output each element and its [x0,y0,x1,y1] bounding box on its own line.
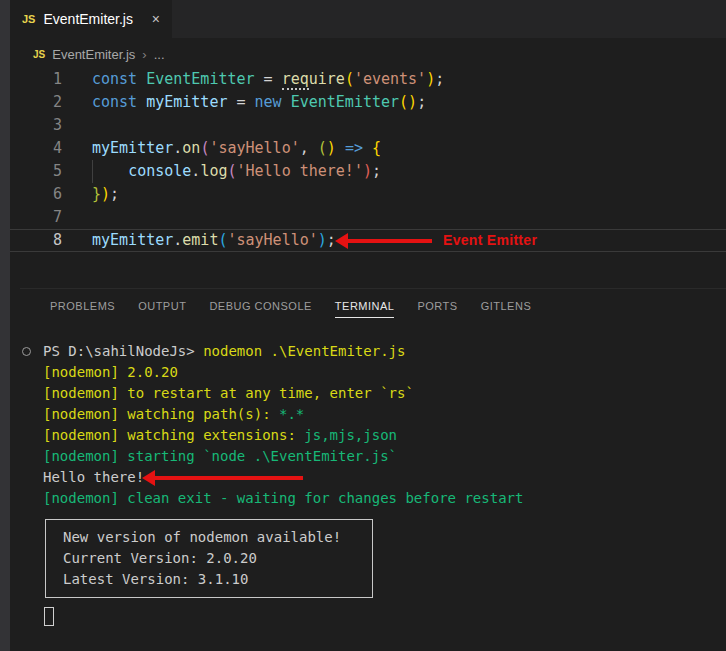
code-line-1[interactable]: 1const EventEmitter = require('events'); [10,68,726,91]
terminal-line-1: PS D:\sahilNodeJs> nodemon .\EventEmiter… [43,341,726,362]
breadcrumb-symbol-ellipsis[interactable]: ... [154,47,165,62]
code-text: const EventEmitter = require('events'); [92,70,444,88]
tab-ports[interactable]: PORTS [417,300,457,318]
editor-tab-bar: JS EventEmiter.js × [10,0,726,38]
close-icon[interactable]: × [152,11,160,27]
notice-line: Latest Version: 3.1.10 [63,569,372,590]
code-text: }); [92,185,119,203]
window-left-edge [0,0,10,651]
red-arrow-icon [155,476,303,480]
breadcrumb-file[interactable]: EventEmiter.js [52,47,135,62]
notice-line: Current Version: 2.0.20 [63,548,372,569]
vscode-window: JS EventEmiter.js × JS EventEmiter.js › … [10,0,726,252]
terminal-line-7: Hello there! [43,467,726,488]
tab-gitlens[interactable]: GITLENS [481,300,532,318]
tab-debug-console[interactable]: DEBUG CONSOLE [209,300,311,318]
terminal-lines: PS D:\sahilNodeJs> nodemon .\EventEmiter… [43,341,726,509]
code-line-5[interactable]: 5 console.log('Hello there!'); [10,160,726,183]
line-number[interactable]: 7 [10,206,62,229]
code-text: myEmitter.on('sayHello', () => { [92,139,381,157]
nodemon-update-notice-box: New version of nodemon available! Curren… [45,519,373,598]
tab-output[interactable]: OUTPUT [138,300,186,318]
indent-guide [92,160,93,183]
line-number[interactable]: 4 [10,137,62,160]
annotation-label: Event Emitter [443,230,537,251]
command-decoration-icon[interactable] [22,347,31,356]
terminal-line-3: [nodemon] to restart at any time, enter … [43,383,726,404]
line-number[interactable]: 6 [10,183,62,206]
line-number[interactable]: 2 [10,91,62,114]
tab-terminal[interactable]: TERMINAL [335,300,395,318]
terminal-line-2: [nodemon] 2.0.20 [43,362,726,383]
terminal-cursor [44,607,54,626]
code-line-7[interactable]: 7 [10,206,726,229]
line-number[interactable]: 8 [10,230,62,251]
tab-problems[interactable]: PROBLEMS [50,300,115,318]
code-text: myEmitter.emit('sayHello'); [92,231,336,249]
tab-title: EventEmiter.js [43,11,132,27]
code-line-2[interactable]: 2const myEmitter = new EventEmitter(); [10,91,726,114]
code-editor[interactable]: 1const EventEmitter = require('events');… [10,68,726,252]
terminal-line-5: [nodemon] watching extensions: js,mjs,js… [43,425,726,446]
code-line-4[interactable]: 4myEmitter.on('sayHello', () => { [10,137,726,160]
notice-line: New version of nodemon available! [63,527,372,548]
breadcrumb: JS EventEmiter.js › ... [10,42,726,66]
code-lines: 1const EventEmitter = require('events');… [10,68,726,252]
tab-eventemiter-js[interactable]: JS EventEmiter.js × [10,0,172,38]
terminal-line-4: [nodemon] watching path(s): *.* [43,404,726,425]
terminal[interactable]: PS D:\sahilNodeJs> nodemon .\EventEmiter… [20,341,726,626]
red-arrow-icon [348,239,432,243]
code-text: const myEmitter = new EventEmitter(); [92,93,426,111]
line-number[interactable]: 3 [10,114,62,137]
bottom-panel: PROBLEMS OUTPUT DEBUG CONSOLE TERMINAL P… [20,288,726,289]
code-line-3[interactable]: 3 [10,114,726,137]
line-number[interactable]: 1 [10,68,62,91]
panel-tab-bar: PROBLEMS OUTPUT DEBUG CONSOLE TERMINAL P… [20,289,726,318]
line-number[interactable]: 5 [10,160,62,183]
chevron-right-icon: › [142,47,146,62]
code-line-6[interactable]: 6}); [10,183,726,206]
js-file-icon: JS [22,13,35,25]
code-line-8[interactable]: 8myEmitter.emit('sayHello');Event Emitte… [10,229,726,252]
terminal-line-8: [nodemon] clean exit - waiting for chang… [43,488,726,509]
js-file-icon: JS [33,49,45,60]
terminal-line-6: [nodemon] starting `node .\EventEmiter.j… [43,446,726,467]
code-text: console.log('Hello there!'); [92,162,381,180]
